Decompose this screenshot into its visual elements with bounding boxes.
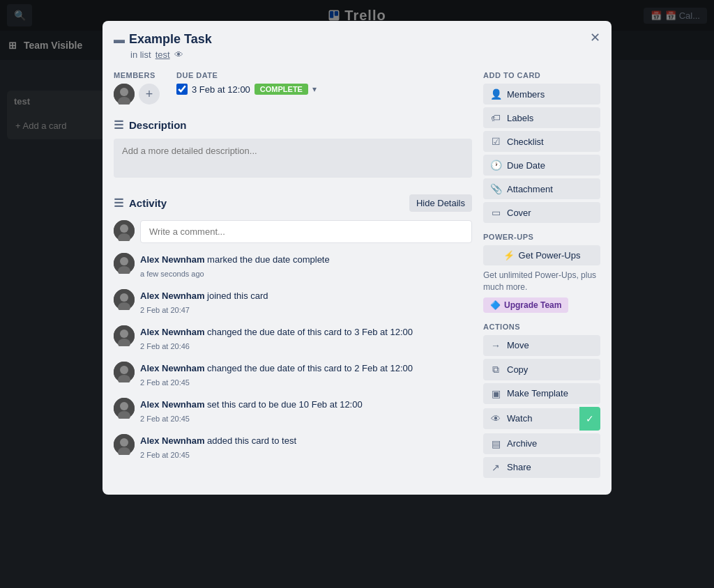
- card-icon: ▬: [114, 33, 125, 46]
- due-date-text: 3 Feb at 12:00: [192, 84, 250, 95]
- activity-item: Alex Newnham set this card to be due 10 …: [114, 398, 472, 424]
- due-date-button[interactable]: 🕐 Due Date: [483, 155, 600, 176]
- activity-user-avatar: [114, 325, 135, 346]
- activity-user-avatar: [114, 253, 135, 274]
- activity-item: Alex Newnham changed the due date of thi…: [114, 325, 472, 352]
- share-icon: ↗: [490, 462, 501, 473]
- svg-point-16: [120, 330, 128, 338]
- power-ups-desc: Get unlimited Power-Ups, plus much more.: [483, 270, 600, 293]
- list-link[interactable]: test: [155, 49, 170, 60]
- make-template-button[interactable]: ▣ Make Template: [483, 383, 600, 404]
- activity-user-avatar: [114, 362, 135, 382]
- svg-point-25: [120, 438, 128, 447]
- activity-item: Alex Newnham changed the due date of thi…: [114, 362, 472, 388]
- due-date-label: DUE DATE: [176, 71, 317, 79]
- activity-item: Alex Newnham added this card to test 2 F…: [114, 434, 472, 461]
- activity-section-title: ☰ Activity: [114, 196, 167, 210]
- watch-button[interactable]: 👁 Watch: [483, 408, 579, 429]
- labels-button[interactable]: 🏷 Labels: [483, 107, 600, 128]
- svg-point-13: [120, 293, 128, 302]
- description-icon: ☰: [114, 118, 123, 132]
- move-icon: →: [490, 340, 501, 351]
- activity-text: Alex Newnham changed the due date of thi…: [140, 362, 472, 388]
- due-date-icon: 🕐: [490, 160, 501, 171]
- activity-text: Alex Newnham changed the due date of thi…: [140, 325, 472, 352]
- add-to-card-label: ADD TO CARD: [483, 71, 600, 79]
- due-date-chevron-icon[interactable]: ▾: [312, 84, 317, 94]
- comment-row: [114, 220, 472, 243]
- watch-eye-icon[interactable]: 👁: [174, 49, 183, 60]
- activity-list: Alex Newnham marked the due date complet…: [114, 253, 472, 461]
- hide-details-button[interactable]: Hide Details: [409, 194, 472, 212]
- copy-icon: ⧉: [490, 364, 501, 376]
- activity-user-avatar: [114, 398, 135, 419]
- labels-icon: 🏷: [490, 112, 501, 123]
- checklist-icon: ☑: [490, 136, 501, 147]
- members-section: MEMBERS +: [114, 71, 160, 105]
- attachment-icon: 📎: [490, 183, 501, 194]
- get-power-ups-button[interactable]: ⚡ Get Power-Ups: [483, 245, 600, 265]
- due-date-row: 3 Feb at 12:00 COMPLETE ▾: [176, 84, 317, 95]
- svg-point-7: [120, 224, 128, 233]
- svg-point-4: [120, 88, 128, 96]
- modal-body: MEMBERS +: [114, 71, 600, 481]
- close-button[interactable]: ✕: [585, 28, 605, 47]
- archive-button[interactable]: ▤ Archive: [483, 433, 600, 454]
- members-row: +: [114, 84, 160, 105]
- activity-user-avatar: [114, 434, 135, 455]
- comment-input[interactable]: [140, 220, 472, 243]
- attachment-button[interactable]: 📎 Attachment: [483, 178, 600, 199]
- members-icon: 👤: [490, 88, 501, 100]
- watch-icon: 👁: [490, 413, 501, 424]
- actions-label: ACTIONS: [483, 323, 600, 331]
- copy-button[interactable]: ⧉ Copy: [483, 359, 600, 380]
- cover-button[interactable]: ▭ Cover: [483, 202, 600, 223]
- complete-badge: COMPLETE: [255, 84, 308, 95]
- svg-point-22: [120, 402, 128, 410]
- watch-checkmark-icon: ✓: [586, 413, 594, 424]
- move-button[interactable]: → Move: [483, 335, 600, 356]
- power-ups-icon: ⚡: [503, 250, 515, 261]
- activity-text: Alex Newnham marked the due date complet…: [140, 253, 472, 279]
- add-member-button[interactable]: +: [139, 84, 160, 105]
- description-textarea[interactable]: [114, 139, 472, 178]
- members-label: MEMBERS: [114, 71, 160, 79]
- archive-icon: ▤: [490, 438, 501, 449]
- modal-main: MEMBERS +: [114, 71, 472, 481]
- checklist-button[interactable]: ☑ Checklist: [483, 131, 600, 152]
- activity-item: Alex Newnham marked the due date complet…: [114, 253, 472, 279]
- activity-text: Alex Newnham joined this card 2 Feb at 2…: [140, 289, 472, 316]
- watch-check-button[interactable]: ✓: [579, 407, 600, 431]
- upgrade-team-button[interactable]: 🔷 Upgrade Team: [483, 297, 568, 313]
- upgrade-icon: 🔷: [490, 300, 501, 310]
- meta-row: MEMBERS +: [114, 71, 472, 105]
- cover-icon: ▭: [490, 207, 501, 218]
- activity-icon: ☰: [114, 196, 123, 210]
- activity-user-avatar: [114, 289, 135, 310]
- due-date-checkbox[interactable]: [176, 84, 188, 95]
- activity-text: Alex Newnham set this card to be due 10 …: [140, 398, 472, 424]
- power-ups-label: POWER-UPS: [483, 233, 600, 241]
- svg-point-19: [120, 366, 128, 374]
- share-button[interactable]: ↗ Share: [483, 457, 600, 478]
- avatar[interactable]: [114, 84, 135, 105]
- modal-title-row: ▬ Example Task: [114, 32, 600, 47]
- comment-avatar: [114, 220, 135, 241]
- activity-item: Alex Newnham joined this card 2 Feb at 2…: [114, 289, 472, 316]
- members-button[interactable]: 👤 Members: [483, 84, 600, 105]
- activity-header: ☰ Activity Hide Details: [114, 194, 472, 212]
- modal-subtitle: in list test 👁: [130, 49, 600, 60]
- description-section-title: ☰ Description: [114, 118, 472, 132]
- activity-text: Alex Newnham added this card to test 2 F…: [140, 434, 472, 461]
- make-template-icon: ▣: [490, 388, 501, 399]
- modal-overlay: ✕ ▬ Example Task in list test 👁 MEMBERS: [0, 0, 714, 588]
- card-title[interactable]: Example Task: [129, 32, 212, 47]
- modal-sidebar: ADD TO CARD 👤 Members 🏷 Labels ☑ Checkli…: [483, 71, 600, 481]
- card-modal: ✕ ▬ Example Task in list test 👁 MEMBERS: [102, 21, 612, 495]
- due-date-section: DUE DATE 3 Feb at 12:00 COMPLETE ▾: [176, 71, 317, 105]
- svg-point-10: [120, 257, 128, 265]
- watch-row: 👁 Watch ✓: [483, 407, 600, 431]
